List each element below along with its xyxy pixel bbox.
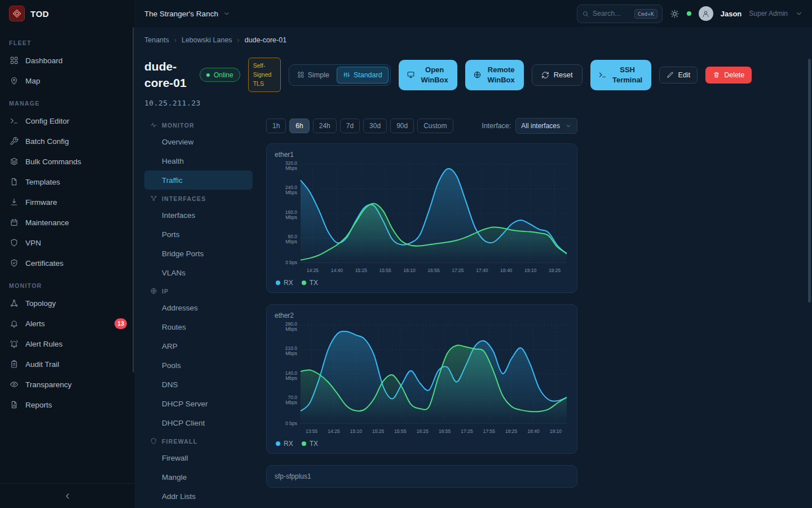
svg-text:17:25: 17:25 xyxy=(461,428,473,434)
bell-icon xyxy=(9,319,19,328)
legend-item-tx[interactable]: TX xyxy=(302,440,318,448)
sidebar-item-label: Alerts xyxy=(25,319,45,328)
range-1h[interactable]: 1h xyxy=(266,119,286,133)
sidebar-item-audit-trail[interactable]: Audit Trail xyxy=(0,354,135,374)
theme-toggle-sun-icon[interactable] xyxy=(670,9,679,19)
sidebar: TOD FLEET Dashboard Map MANAGE Config Ed… xyxy=(0,0,135,508)
interface-select[interactable]: All interfaces xyxy=(515,118,577,134)
subnav-item-addresses[interactable]: Addresses xyxy=(144,298,253,317)
sidebar-item-reports[interactable]: Reports xyxy=(0,395,135,415)
svg-text:Mbps: Mbps xyxy=(285,351,297,356)
subnav-item-dhcp-client[interactable]: DHCP Client xyxy=(144,413,253,432)
chart-card-ether2: ether2 280.0Mbps210.0Mbps140.0Mbps70.0Mb… xyxy=(266,304,577,454)
chevron-down-icon xyxy=(565,122,572,129)
range-custom[interactable]: Custom xyxy=(417,119,453,133)
search-input[interactable] xyxy=(593,10,631,17)
sidebar-item-vpn[interactable]: VPN xyxy=(0,233,135,253)
sidebar-item-alert-rules[interactable]: Alert Rules xyxy=(0,334,135,354)
calendar-icon xyxy=(9,218,19,227)
sidebar-item-transparency[interactable]: Transparency xyxy=(0,374,135,395)
svg-text:Mbps: Mbps xyxy=(285,190,297,195)
subnav-item-firewall[interactable]: Firewall xyxy=(144,448,253,467)
subnav-item-arp[interactable]: ARP xyxy=(144,336,253,356)
delete-button[interactable]: Delete xyxy=(705,67,752,84)
legend-item-rx[interactable]: RX xyxy=(276,440,293,448)
sidebar-item-firmware[interactable]: Firmware xyxy=(0,192,135,212)
sidebar-collapse-button[interactable] xyxy=(0,483,135,508)
range-90d[interactable]: 90d xyxy=(390,119,414,133)
subnav-item-health[interactable]: Health xyxy=(144,151,253,170)
open-winbox-button[interactable]: Open WinBox xyxy=(399,60,457,90)
sidebar-item-label: Certificates xyxy=(25,259,64,268)
svg-text:13:55: 13:55 xyxy=(306,428,318,434)
sidebar-item-batch-config[interactable]: Batch Config xyxy=(0,131,135,151)
ssh-terminal-button[interactable]: SSH Terminal xyxy=(590,60,651,90)
sidebar-item-alerts[interactable]: Alerts 13 xyxy=(0,313,135,334)
sidebar-item-certificates[interactable]: Certificates xyxy=(0,253,135,273)
sidebar-item-topology[interactable]: Topology xyxy=(0,293,135,313)
sidebar-item-label: Bulk Commands xyxy=(25,157,81,166)
page-title: dude-core-01 xyxy=(144,59,192,91)
trash-icon xyxy=(713,71,720,78)
subnav-item-dhcp-server[interactable]: DHCP Server xyxy=(144,394,253,413)
breadcrumb-tenants[interactable]: Tenants xyxy=(144,36,169,44)
tenant-selector[interactable]: The Stranger's Ranch xyxy=(144,10,231,18)
subnav-item-ports[interactable]: Ports xyxy=(144,225,253,244)
main-scrollbar[interactable] xyxy=(808,59,811,303)
interface-label: Interface: xyxy=(482,122,511,130)
subnav-item-vlans[interactable]: VLANs xyxy=(144,263,253,282)
reset-button[interactable]: Reset xyxy=(532,64,582,86)
breadcrumb: Tenants › Lebowski Lanes › dude-core-01 xyxy=(144,36,798,44)
terminal-icon xyxy=(9,116,19,125)
sidebar-item-dashboard[interactable]: Dashboard xyxy=(0,50,135,71)
edit-button[interactable]: Edit xyxy=(659,67,698,84)
nav-section-fleet: FLEET xyxy=(0,30,135,50)
traffic-chart-ether1[interactable]: 320.0Mbps240.0Mbps160.0Mbps80.0Mbps0 bps… xyxy=(275,160,569,276)
range-6h[interactable]: 6h xyxy=(289,119,309,133)
sidebar-item-map[interactable]: Map xyxy=(0,71,135,91)
user-menu-chevron-down-icon[interactable] xyxy=(795,10,803,17)
time-range-group: 1h 6h 24h 7d 30d 90d Custom xyxy=(266,119,453,133)
legend-item-tx[interactable]: TX xyxy=(302,279,318,287)
svg-text:19:10: 19:10 xyxy=(524,268,537,273)
activity-icon xyxy=(150,121,157,129)
traffic-chart-ether2[interactable]: 280.0Mbps210.0Mbps140.0Mbps70.0Mbps0 bps… xyxy=(275,321,569,437)
map-pin-icon xyxy=(9,76,19,85)
svg-text:14:25: 14:25 xyxy=(328,428,340,434)
range-7d[interactable]: 7d xyxy=(340,119,360,133)
subnav-item-traffic[interactable]: Traffic xyxy=(144,170,253,190)
subnav-item-overview[interactable]: Overview xyxy=(144,132,253,151)
subnav-item-dns[interactable]: DNS xyxy=(144,375,253,394)
subnav-item-mangle[interactable]: Mangle xyxy=(144,467,253,487)
toggle-simple[interactable]: Simple xyxy=(291,67,336,84)
sidebar-item-label: Map xyxy=(25,77,40,85)
avatar[interactable] xyxy=(699,6,713,21)
toggle-standard[interactable]: Standard xyxy=(337,67,389,84)
svg-text:17:25: 17:25 xyxy=(452,268,464,273)
chevron-left-icon xyxy=(63,492,72,501)
breadcrumb-current: dude-core-01 xyxy=(245,36,286,44)
user-name: Jason xyxy=(721,10,742,18)
certificate-icon xyxy=(9,259,19,268)
subnav-item-pools[interactable]: Pools xyxy=(144,356,253,375)
subnav-item-interfaces[interactable]: Interfaces xyxy=(144,205,253,225)
search-box[interactable]: Cmd+K xyxy=(577,5,663,23)
chart-title: ether1 xyxy=(275,151,569,159)
range-24h[interactable]: 24h xyxy=(313,119,337,133)
range-30d[interactable]: 30d xyxy=(363,119,387,133)
sidebar-item-config-editor[interactable]: Config Editor xyxy=(0,111,135,131)
sidebar-item-templates[interactable]: Templates xyxy=(0,172,135,192)
legend-item-rx[interactable]: RX xyxy=(276,279,293,287)
breadcrumb-tenant-name[interactable]: Lebowski Lanes xyxy=(182,36,232,44)
sidebar-item-bulk-commands[interactable]: Bulk Commands xyxy=(0,151,135,172)
subnav-item-addr-lists[interactable]: Addr Lists xyxy=(144,487,253,506)
legend-dot xyxy=(276,441,280,446)
subnav-item-bridge-ports[interactable]: Bridge Ports xyxy=(144,244,253,263)
subnav-item-routes[interactable]: Routes xyxy=(144,317,253,336)
sidebar-item-maintenance[interactable]: Maintenance xyxy=(0,212,135,233)
chart-card-ether1: ether1 320.0Mbps240.0Mbps160.0Mbps80.0Mb… xyxy=(266,143,577,293)
wrench-icon xyxy=(9,137,19,146)
status-indicator-dot xyxy=(687,11,691,16)
sidebar-scrollbar[interactable] xyxy=(133,27,134,373)
remote-winbox-button[interactable]: Remote WinBox xyxy=(465,60,524,90)
